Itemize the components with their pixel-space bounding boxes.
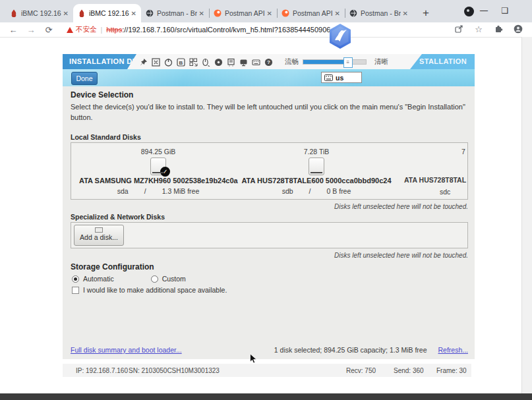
installer-content: Device Selection Select the device(s) yo… [63,86,475,359]
disk-sdb[interactable]: 7.28 TiB ATA HUS728T8TALE600 5000cca0bbd… [237,143,396,195]
tab-title: Postman - Browse [361,9,401,17]
storage-config-heading: Storage Configuration [71,262,154,271]
reload-icon[interactable]: ⟳ [44,25,53,35]
security-warning-label[interactable]: 不安全 [76,25,97,34]
network-disks-heading: Specialized & Network Disks [71,213,165,221]
capture-icon[interactable] [227,57,235,66]
disk-name: ATA HUS728T8TALE600 5000cca0bbd90c24 [237,177,396,185]
tab-title: iBMC 192.168.7.16 [89,9,129,17]
tab-close-icon[interactable]: ✕ [199,10,204,17]
disk-free: 1.3 MiB free [162,187,200,195]
tab-postman-api-2[interactable]: Postman API Platfo ✕ [277,4,345,22]
installer-footer: Full disk summary and boot loader... 1 d… [71,346,468,354]
new-tab-button[interactable]: + [419,4,432,22]
radio-automatic[interactable] [72,275,79,283]
disk-size: 7.28 TiB [237,148,396,156]
record-icon[interactable] [214,57,223,66]
quality-slider-handle[interactable]: ≡ [343,57,353,68]
additional-space-checkbox[interactable] [72,287,79,294]
soft-keyboard-icon[interactable] [252,57,260,66]
status-frame: Frame: 30 [436,367,467,374]
window-minimize-button[interactable]: — [475,2,493,19]
back-icon[interactable]: ← [9,25,18,35]
ibmc-favicon [10,9,18,17]
installer-header-band: INSTALLATION DEST STALLATION B [63,54,475,69]
disk-name: ATA SAMSUNG MZ7KH960 5002538e19b24c0a [79,177,237,185]
disk-size: 7 [461,148,465,156]
mouse-icon[interactable] [202,57,210,66]
radio-custom[interactable] [151,275,158,283]
network-disks-panel: Add a disk... [71,222,468,248]
desktop-bottom-edge [0,393,532,400]
tab-postman-browse-1[interactable]: Postman - Browse ✕ [141,4,209,22]
forward-icon[interactable]: → [26,25,36,35]
help-icon[interactable]: ? [264,57,273,66]
fullscreen-icon[interactable] [152,57,160,66]
radio-custom-label: Custom [162,275,186,283]
share-icon[interactable] [454,24,464,35]
screen: iBMC 192.168.7.16 ✕ iBMC 192.168.7.16 ✕ … [0,0,532,400]
key-macro-icon[interactable] [189,57,198,66]
url-text[interactable]: https://192.168.7.160/src/virtualControl… [106,26,330,34]
refresh-link[interactable]: Refresh... [438,346,468,354]
svg-text:?: ? [267,59,270,65]
disk-selected-check-icon: ✓ [160,167,170,177]
status-recv: Recv: 750 [346,367,376,374]
installer-subheader-band: Done us [63,69,475,86]
security-warning-icon[interactable] [67,27,73,33]
selection-summary: 1 disk selected; 894.25 GiB capacity; 1.… [274,346,427,354]
window-right-edge [521,37,532,393]
tab-postman-api-1[interactable]: Postman API Platfo ✕ [209,4,277,22]
quality-slider[interactable]: ≡ [303,59,367,65]
disk-icon: ✓ [150,157,166,175]
window-maximize-button[interactable]: ❑ [496,2,514,19]
disk-device: sda [117,187,129,195]
extensions-puzzle-icon[interactable] [493,24,504,35]
add-disk-button[interactable]: Add a disk... [74,225,124,246]
power-icon[interactable] [164,57,173,66]
tab-close-icon[interactable]: ✕ [131,10,136,17]
full-disk-summary-link[interactable]: Full disk summary and boot loader... [71,346,182,354]
tab-ibmc-2-active[interactable]: iBMC 192.168.7.16 ✕ [73,4,141,22]
tab-title: Postman - Browse [157,9,197,17]
done-button[interactable]: Done [71,72,98,85]
pin-icon[interactable] [139,57,148,66]
tabstrip-circle-button[interactable] [464,7,474,16]
profile-avatar-icon[interactable] [513,24,523,35]
local-disks-panel: 894.25 GiB ✓ ATA SAMSUNG MZ7KH960 500253… [71,142,468,200]
browser-tabstrip: iBMC 192.168.7.16 ✕ iBMC 192.168.7.16 ✕ … [0,0,532,22]
unselected-disks-note-2: Disks left unselected here will not be t… [334,252,468,259]
tab-close-icon[interactable]: ✕ [267,10,272,17]
disk-mount: / [144,187,146,195]
quality-sharp-label: 清晰 [374,57,388,67]
postman-favicon [214,9,222,17]
status-ip: IP: 192.168.7.160 [76,367,128,374]
additional-space-row: I would like to make additional space av… [72,286,227,294]
tab-postman-browse-2[interactable]: Postman - Browse ✕ [345,4,413,22]
keyboard-layout-selector[interactable]: us [321,72,362,83]
keyboard-layout-value: us [336,74,343,82]
device-selection-description: Select the device(s) you'd like to insta… [71,102,471,123]
status-send: Send: 360 [394,367,424,374]
tab-close-icon[interactable]: ✕ [63,10,69,17]
b-key-icon[interactable]: B [177,57,185,66]
svg-text:B: B [179,60,183,66]
disk-device: sdc [440,188,450,196]
tab-title: Postman API Platfo [225,9,265,17]
tab-title: iBMC 192.168.7.16 [21,9,61,17]
tab-close-icon[interactable]: ✕ [403,10,408,17]
postman-favicon [281,9,289,17]
browser-address-bar: ← → ⟳ 不安全 | https://192.168.7.160/src/vi… [0,22,532,38]
screen-icon[interactable] [239,57,248,66]
tab-close-icon[interactable]: ✕ [335,10,340,17]
radio-automatic-label: Automatic [83,275,114,283]
thunder-download-icon[interactable] [328,23,353,48]
bookmark-star-icon[interactable]: ☆ [473,24,484,35]
disk-sda[interactable]: 894.25 GiB ✓ ATA SAMSUNG MZ7KH960 500253… [79,143,237,195]
kvm-status-bar: IP: 192.168.7.160 SN: 2103050CSH10M30013… [63,364,471,377]
tab-ibmc-1[interactable]: iBMC 192.168.7.16 ✕ [5,4,73,22]
tab-title: Postman API Platfo [293,9,333,17]
disk-detail-row: sda / 1.3 MiB free [79,187,237,195]
disk-name: ATA HUS728T8TAL [404,176,466,184]
disk-size: 894.25 GiB [79,148,237,156]
